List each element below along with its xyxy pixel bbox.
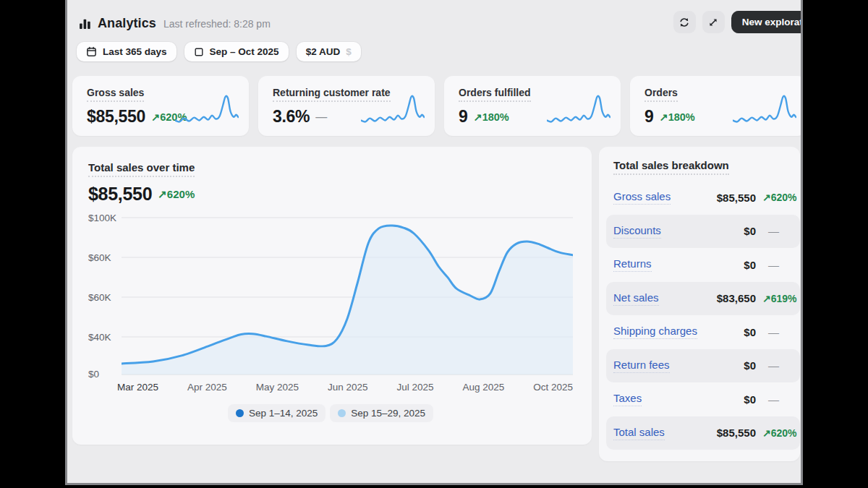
legend-dot-light-blue (338, 409, 346, 417)
sparkline-chart (361, 94, 425, 129)
chart-title: Total sales over time (88, 161, 195, 177)
sparkline-chart (175, 94, 239, 129)
metric-delta: ↗180% (474, 111, 509, 123)
x-axis-labels: Mar 2025 Apr 2025 May 2025 Jun 2025 Jul … (117, 382, 573, 393)
metric-card-orders[interactable]: Orders 9 ↗180% (630, 76, 803, 136)
breakdown-row-delta: — (762, 393, 800, 406)
metric-delta: — (315, 111, 327, 124)
x-tick: Apr 2025 (187, 382, 227, 393)
metric-value: 9 (459, 107, 468, 127)
breakdown-rows: Gross sales $85,550 ↗620% Discounts $0 —… (606, 181, 800, 450)
new-exploration-button[interactable]: New exploration (731, 11, 803, 33)
breakdown-row-discounts: Discounts $0 — (606, 215, 800, 249)
refresh-cycle-icon (678, 17, 690, 28)
breakdown-row-link[interactable]: Gross sales (613, 190, 671, 205)
legend-item-compare-period[interactable]: Sep 15–29, 2025 (330, 404, 433, 422)
breakdown-row-shipping-charges: Shipping charges $0 — (606, 315, 800, 349)
breakdown-row-value: $83,650 (717, 292, 756, 304)
breakdown-row-value: $0 (744, 259, 756, 271)
line-chart-canvas[interactable] (122, 216, 573, 375)
x-tick: Aug 2025 (462, 382, 504, 393)
breakdown-row-link[interactable]: Return fees (613, 359, 670, 373)
legend-item-current-period[interactable]: Sep 1–14, 2025 (228, 404, 326, 422)
breakdown-row-link[interactable]: Net sales (613, 291, 659, 306)
breakdown-row-delta: — (762, 326, 800, 338)
breakdown-row-link[interactable]: Total sales (613, 426, 665, 440)
metric-cards-row: Gross sales $85,550 ↗620% Returning cust… (67, 61, 801, 136)
date-range-filter[interactable]: Last 365 days (77, 42, 176, 61)
breakdown-row-delta: ↗620% (762, 427, 800, 439)
square-outline-icon (194, 47, 204, 57)
breakdown-row-link[interactable]: Returns (613, 257, 652, 272)
breakdown-row-delta: — (762, 359, 800, 372)
breakdown-row-delta: ↗619% (762, 293, 800, 304)
x-tick: Mar 2025 (117, 382, 158, 393)
total-sales-breakdown-panel: Total sales breakdown Gross sales $85,55… (599, 147, 800, 461)
main-content-row: Total sales over time $85,550 ↗620% $100… (67, 136, 801, 461)
y-tick: $40K (88, 332, 111, 343)
breakdown-row-returns: Returns $0 — (606, 248, 800, 282)
breakdown-row-delta: ↗620% (762, 192, 800, 203)
metric-value: $85,550 (87, 107, 145, 127)
total-sales-line-chart (122, 216, 573, 375)
chart-legend: Sep 1–14, 2025 Sep 15–29, 2025 (88, 404, 573, 422)
breakdown-row-taxes: Taxes $0 — (606, 382, 800, 416)
x-tick: Jul 2025 (396, 382, 433, 393)
breakdown-row-total-sales: Total sales $85,550 ↗620% (606, 416, 800, 450)
y-tick: $60K (88, 252, 111, 263)
breakdown-row-return-fees: Return fees $0 — (606, 349, 800, 383)
metric-title: Gross sales (87, 87, 144, 102)
y-tick: $0 (88, 369, 99, 380)
page-title: Analytics (98, 16, 156, 31)
last-refreshed-text: Last refreshed: 8:28 pm (163, 18, 271, 30)
page-title-group: Analytics (79, 16, 156, 31)
header-actions: New exploration (673, 11, 803, 33)
metric-title: Orders (644, 87, 678, 102)
y-tick: $100K (88, 213, 116, 223)
breakdown-row-net-sales: Net sales $83,650 ↗619% (606, 282, 800, 316)
breakdown-title: Total sales breakdown (613, 159, 729, 175)
compare-range-filter[interactable]: Sep – Oct 2025 (184, 42, 289, 61)
header: Analytics Last refreshed: 8:28 pm New e (67, 0, 801, 35)
metric-card-gross-sales[interactable]: Gross sales $85,550 ↗620% (72, 76, 249, 136)
bar-chart-icon (79, 17, 91, 30)
metric-card-orders-fulfilled[interactable]: Orders fulfilled 9 ↗180% (444, 76, 621, 136)
breakdown-row-delta: — (762, 225, 800, 237)
sparkline-chart (547, 94, 610, 129)
calendar-icon (86, 46, 97, 57)
breakdown-row-gross-sales: Gross sales $85,550 ↗620% (606, 181, 800, 215)
filter-bar: Last 365 days Sep – Oct 2025 $2 AUD $ (67, 35, 801, 61)
breakdown-row-value: $0 (744, 225, 756, 237)
chart-current-value: $85,550 (88, 184, 152, 205)
breakdown-row-delta: — (762, 259, 800, 271)
breakdown-row-value: $85,550 (717, 192, 756, 204)
x-tick: Oct 2025 (533, 382, 573, 393)
legend-dot-blue (236, 409, 244, 417)
chart-delta: ↗620% (158, 188, 195, 201)
x-tick: Jun 2025 (328, 382, 368, 393)
chart-plot-area: $100K $60K $60K $40K $0 (88, 216, 573, 375)
breakdown-row-link[interactable]: Shipping charges (613, 325, 697, 339)
sparkline-chart (733, 94, 796, 129)
metric-delta: ↗180% (660, 111, 695, 123)
metric-value: 3.6% (273, 107, 310, 127)
refresh-button[interactable] (673, 11, 696, 33)
breakdown-row-link[interactable]: Discounts (613, 224, 661, 239)
breakdown-row-value: $0 (744, 359, 756, 372)
total-sales-chart-card: Total sales over time $85,550 ↗620% $100… (72, 147, 592, 445)
metric-title: Orders fulfilled (459, 87, 531, 102)
expand-button[interactable] (702, 11, 725, 33)
y-axis-labels: $100K $60K $60K $40K $0 (88, 216, 122, 375)
breakdown-row-value: $0 (744, 326, 756, 338)
metric-card-returning-customer-rate[interactable]: Returning customer rate 3.6% — (258, 76, 435, 136)
expand-diagonal-icon (707, 17, 719, 28)
breakdown-row-value: $0 (744, 393, 756, 406)
breakdown-row-link[interactable]: Taxes (613, 392, 642, 406)
currency-ghost-suffix: $ (346, 46, 352, 57)
currency-filter[interactable]: $2 AUD $ (297, 42, 361, 61)
x-tick: May 2025 (256, 382, 299, 393)
metric-value: 9 (644, 107, 654, 127)
breakdown-row-value: $85,550 (717, 427, 756, 439)
y-tick: $60K (88, 292, 111, 303)
analytics-window: Analytics Last refreshed: 8:28 pm New e (65, 0, 803, 485)
